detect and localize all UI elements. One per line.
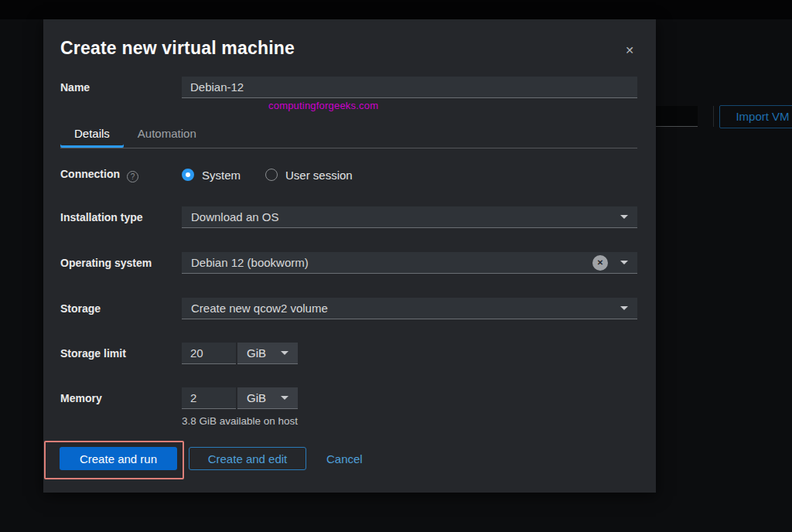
- name-row: Name: [60, 77, 637, 98]
- background-top-bar: [0, 0, 792, 19]
- storage-value: Create new qcow2 volume: [191, 302, 328, 315]
- connection-label: Connection?: [60, 168, 182, 182]
- cancel-button[interactable]: Cancel: [326, 452, 363, 466]
- chevron-down-icon: [620, 261, 628, 264]
- import-vm-button[interactable]: Import VM: [719, 105, 792, 128]
- chevron-down-icon: [281, 351, 288, 355]
- vm-filter-input[interactable]: [650, 106, 698, 127]
- create-and-run-button[interactable]: Create and run: [60, 447, 177, 470]
- memory-input[interactable]: [182, 387, 236, 409]
- watermark-text: computingforgeeks.com: [268, 100, 378, 111]
- installation-type-select[interactable]: Download an OS: [182, 206, 637, 228]
- dialog-tabs: Details Automation computingforgeeks.com: [60, 121, 637, 148]
- storage-label: Storage: [60, 302, 182, 315]
- chevron-down-icon: [281, 396, 288, 400]
- storage-limit-unit-value: GiB: [247, 346, 266, 360]
- dialog-footer: Create and run Create and edit Cancel: [60, 447, 637, 470]
- installation-type-value: Download an OS: [191, 210, 278, 223]
- operating-system-label: Operating system: [60, 257, 182, 269]
- dialog-header: Create new virtual machine ✕: [43, 19, 656, 60]
- clear-selection-icon[interactable]: ✕: [592, 255, 608, 271]
- radio-user-session-label: User session: [285, 169, 353, 182]
- radio-system-label: System: [202, 169, 241, 182]
- radio-unselected-icon[interactable]: [265, 169, 278, 181]
- memory-unit-value: GiB: [247, 391, 266, 404]
- operating-system-select[interactable]: Debian 12 (bookworm) ✕: [182, 252, 637, 274]
- chevron-down-icon: [620, 306, 628, 310]
- memory-helper-text: 3.8 GiB available on host: [182, 415, 298, 427]
- installation-type-row: Installation type Download an OS: [60, 206, 637, 228]
- memory-label: Memory: [60, 392, 182, 404]
- connection-label-text: Connection: [60, 168, 120, 180]
- help-icon[interactable]: ?: [127, 171, 138, 182]
- memory-row: Memory GiB: [60, 387, 637, 409]
- operating-system-row: Operating system Debian 12 (bookworm) ✕: [60, 252, 637, 274]
- dialog-title: Create new virtual machine: [60, 38, 295, 59]
- tab-details[interactable]: Details: [60, 121, 124, 148]
- tab-automation[interactable]: Automation: [124, 121, 210, 148]
- memory-helper-row: 3.8 GiB available on host: [60, 415, 637, 427]
- toolbar-divider: [713, 106, 714, 127]
- create-vm-dialog: Create new virtual machine ✕ Name Detail…: [43, 19, 656, 493]
- operating-system-value: Debian 12 (bookworm): [191, 256, 309, 269]
- screen: Import VM Create new virtual machine ✕ N…: [0, 0, 792, 532]
- memory-unit-select[interactable]: GiB: [237, 387, 298, 409]
- storage-limit-unit-select[interactable]: GiB: [237, 343, 298, 364]
- storage-limit-input[interactable]: [182, 343, 236, 364]
- storage-limit-label: Storage limit: [60, 347, 182, 360]
- radio-user-session[interactable]: User session: [265, 169, 353, 182]
- chevron-down-icon: [620, 215, 628, 219]
- radio-selected-icon[interactable]: [182, 169, 194, 181]
- name-input[interactable]: [182, 77, 637, 98]
- close-icon[interactable]: ✕: [620, 41, 639, 60]
- storage-select[interactable]: Create new qcow2 volume: [182, 298, 637, 319]
- installation-type-label: Installation type: [60, 211, 182, 223]
- create-and-edit-button[interactable]: Create and edit: [189, 447, 306, 470]
- storage-row: Storage Create new qcow2 volume: [60, 298, 637, 319]
- name-label: Name: [60, 81, 182, 94]
- storage-limit-row: Storage limit GiB: [60, 343, 637, 364]
- radio-system[interactable]: System: [182, 169, 241, 182]
- connection-row: Connection? System User session: [60, 167, 637, 182]
